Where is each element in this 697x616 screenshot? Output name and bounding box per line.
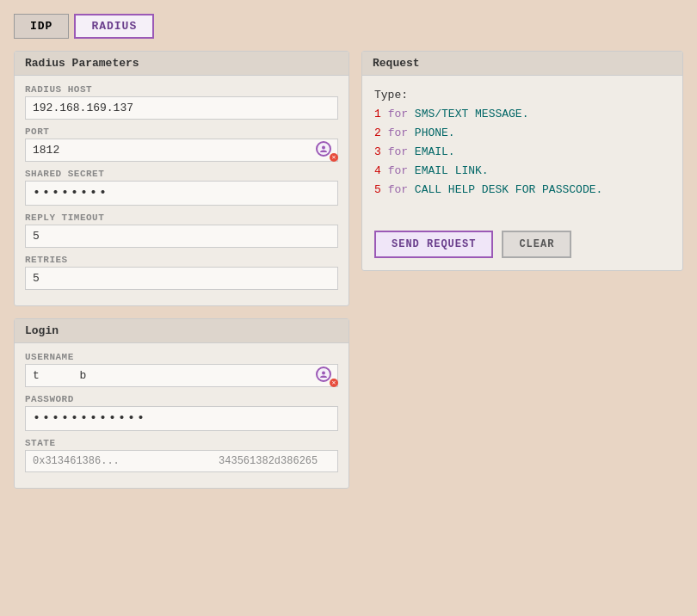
tab-radius[interactable]: RADIUS	[74, 14, 154, 39]
retries-label: RETRIES	[25, 255, 338, 265]
line4-for: for	[388, 164, 408, 177]
radius-parameters-body: RADIUS HOST PORT	[15, 76, 348, 305]
username-input[interactable]	[25, 364, 338, 387]
password-group: PASSWORD	[25, 394, 338, 431]
reply-timeout-input[interactable]	[25, 225, 338, 248]
password-label: PASSWORD	[25, 394, 338, 404]
tab-bar: IDP RADIUS	[14, 14, 683, 39]
request-text: Type: 1 for SMS/TEXT MESSAGE. 2 for PHON…	[374, 86, 670, 200]
line3-num: 3	[374, 145, 381, 158]
line2-num: 2	[374, 126, 381, 139]
radius-parameters-header: Radius Parameters	[15, 52, 348, 76]
shared-secret-input[interactable]	[25, 181, 338, 206]
username-icon: ✕	[316, 367, 335, 385]
retries-input[interactable]	[25, 267, 338, 290]
line4-num: 4	[374, 164, 381, 177]
radius-host-input[interactable]	[25, 96, 338, 120]
right-panel: Request Type: 1 for SMS/TEXT MESSAGE. 2 …	[361, 51, 683, 489]
username-label: USERNAME	[25, 352, 338, 362]
line1-for: for	[388, 108, 408, 120]
send-request-button[interactable]: SEND REQUEST	[374, 231, 493, 258]
line2-desc: PHONE.	[415, 126, 455, 139]
login-section: Login USERNAME	[14, 318, 349, 489]
password-input[interactable]	[25, 406, 338, 431]
svg-point-0	[322, 145, 325, 149]
line1-desc: SMS/TEXT MESSAGE.	[415, 108, 529, 120]
line5-for: for	[388, 183, 408, 196]
line1-num: 1	[374, 108, 381, 120]
radius-host-label: RADIUS HOST	[25, 84, 338, 95]
port-input[interactable]	[25, 139, 338, 162]
line3-for: for	[388, 145, 408, 158]
reply-timeout-group: REPLY TIMEOUT	[25, 213, 338, 248]
user-circle-icon	[316, 367, 331, 382]
tab-idp[interactable]: IDP	[14, 14, 69, 39]
request-header: Request	[362, 52, 682, 76]
request-body: Type: 1 for SMS/TEXT MESSAGE. 2 for PHON…	[362, 76, 682, 222]
close-icon: ✕	[330, 379, 338, 387]
close-icon: ✕	[330, 153, 338, 162]
shared-secret-label: SHARED SECRET	[25, 169, 338, 179]
type-label: Type:	[374, 89, 408, 102]
radius-parameters-section: Radius Parameters RADIUS HOST PORT	[14, 51, 349, 306]
shared-secret-group: SHARED SECRET	[25, 169, 338, 206]
user-circle-icon	[316, 141, 331, 157]
radius-host-group: RADIUS HOST	[25, 84, 338, 120]
reply-timeout-label: REPLY TIMEOUT	[25, 213, 338, 223]
port-group: PORT ✕	[25, 126, 338, 162]
request-section: Request Type: 1 for SMS/TEXT MESSAGE. 2 …	[361, 51, 683, 271]
login-body: USERNAME ✕	[15, 343, 348, 488]
line5-desc: CALL HELP DESK FOR PASSCODE.	[415, 183, 602, 196]
request-actions: SEND REQUEST CLEAR	[362, 222, 682, 270]
port-icon: ✕	[316, 141, 335, 160]
line5-num: 5	[374, 183, 381, 196]
login-header: Login	[15, 319, 348, 343]
retries-group: RETRIES	[25, 255, 338, 290]
line3-desc: EMAIL.	[415, 145, 455, 158]
main-layout: Radius Parameters RADIUS HOST PORT	[14, 51, 683, 489]
clear-button[interactable]: CLEAR	[502, 231, 571, 258]
svg-point-1	[322, 371, 325, 374]
left-panel: Radius Parameters RADIUS HOST PORT	[14, 51, 349, 489]
line2-for: for	[388, 126, 408, 139]
port-label: PORT	[25, 126, 338, 137]
state-group: STATE	[25, 438, 338, 472]
line4-desc: EMAIL LINK.	[415, 164, 489, 177]
state-label: STATE	[25, 438, 338, 448]
username-group: USERNAME ✕	[25, 352, 338, 387]
state-input[interactable]	[25, 450, 338, 472]
port-input-wrap: ✕	[25, 139, 338, 162]
username-input-wrap: ✕	[25, 364, 338, 387]
